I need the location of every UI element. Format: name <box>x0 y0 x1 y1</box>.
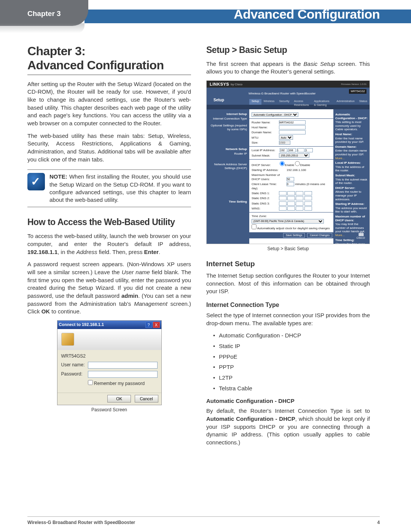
domain-name-input[interactable] <box>279 130 306 134</box>
more-link[interactable]: More... <box>335 157 368 160</box>
h: Host Name: <box>335 133 368 136</box>
username-input[interactable] <box>88 362 158 369</box>
t: field. Then, press <box>97 249 144 255</box>
lease-input[interactable] <box>287 182 294 186</box>
list-item: Automatic Configuration - DHCP <box>213 332 370 340</box>
default-password: admin <box>121 292 138 299</box>
t: The first screen that appears is the <box>206 61 304 67</box>
i[interactable] <box>296 191 303 195</box>
router-screenshot: LINKSYS by Cisco Firmware Version: 1.0.0… <box>206 80 370 244</box>
i[interactable] <box>287 201 295 206</box>
timezone-select[interactable]: (GMT-08:00) Pacific Time (USA & Canada) <box>252 219 324 224</box>
save-settings-button[interactable]: Save Settings <box>283 233 305 238</box>
dialog-title: Connect to 192.168.1.1 <box>59 322 145 328</box>
tab-apps[interactable]: Applications & Gaming <box>312 99 334 105</box>
note-box: NOTE: When first installing the Router, … <box>27 169 191 207</box>
basic-setup-name: Basic Setup <box>304 61 335 67</box>
i[interactable] <box>304 201 312 206</box>
l: Static DNS 3: <box>252 201 279 206</box>
i[interactable] <box>279 206 287 211</box>
chapter-badge: Chapter 3 <box>0 0 88 26</box>
howto-para-2: A password request screen appears. (Non-… <box>27 260 191 316</box>
tab-wireless[interactable]: Wireless <box>261 99 277 105</box>
t: Choose the time zone you are in. The rou… <box>335 242 368 244</box>
i[interactable] <box>304 206 312 211</box>
t: Enter the host name provided by your ISP… <box>335 137 368 144</box>
firmware-label: Firmware Version: 1.0.01 <box>341 83 366 86</box>
dst-checkbox[interactable] <box>252 224 256 229</box>
shot-footer-buttons: Cancel Changes Save Settings <box>249 232 333 238</box>
by-cisco: by Cisco <box>231 82 242 86</box>
close-icon[interactable]: X <box>153 322 160 328</box>
i[interactable] <box>279 196 287 200</box>
subnet-select[interactable]: 255.255.255.0 <box>279 153 309 158</box>
note-text: NOTE: When first installing the Router, … <box>49 173 191 204</box>
help-icon[interactable]: ? <box>145 322 152 328</box>
enter-key: Enter <box>144 249 159 255</box>
cancel-changes-button[interactable]: Cancel Changes <box>307 233 332 238</box>
dialog-titlebar: Connect to 192.168.1.1 ? X <box>57 321 161 329</box>
h: Starting IP Address: <box>335 202 368 206</box>
lip-1[interactable] <box>288 148 296 152</box>
howto-para-1: To access the web-based utility, launch … <box>27 232 191 256</box>
l: WINS: <box>252 206 279 211</box>
lip-0[interactable] <box>280 148 287 152</box>
footer-product: Wireless-G Broadband Router with SpeedBo… <box>27 520 135 525</box>
t: The address you would like to start with… <box>335 206 368 214</box>
lip-3[interactable] <box>305 148 313 152</box>
i[interactable] <box>304 191 312 195</box>
tab-security[interactable]: Security <box>277 99 292 105</box>
l: Automatically adjust clock for daylight … <box>257 227 330 230</box>
i[interactable] <box>287 206 295 211</box>
dhcp-enable[interactable] <box>280 161 285 166</box>
basic-setup-intro: The first screen that appears is the Bas… <box>206 60 370 76</box>
connection-types-list: Automatic Configuration - DHCP Static IP… <box>213 332 370 392</box>
list-item: L2TP <box>213 374 370 382</box>
remember-label: Remember my password <box>94 381 145 386</box>
l: Static DNS 1: <box>252 191 279 195</box>
tab-access[interactable]: Access Restrictions <box>292 99 312 105</box>
host-name-input[interactable] <box>279 125 306 129</box>
i[interactable] <box>296 206 303 211</box>
i[interactable] <box>287 191 295 195</box>
lip-2[interactable] <box>297 148 304 152</box>
list-item: Static IP <box>213 342 370 350</box>
i[interactable] <box>279 201 287 206</box>
i[interactable] <box>304 196 312 200</box>
t: , in the <box>57 249 76 255</box>
basic-setup-heading: Setup > Basic Setup <box>206 44 370 56</box>
t: Allows the router to manage your IP addr… <box>335 190 368 201</box>
cancel-button[interactable]: Cancel <box>135 395 158 403</box>
tab-status[interactable]: Status <box>357 99 370 105</box>
l: Optional Settings (required by some ISPs… <box>209 124 247 131</box>
remember-checkbox[interactable] <box>88 380 93 385</box>
l: Local IP Address: <box>252 148 279 152</box>
address-field-name: Address <box>76 249 97 255</box>
tab-admin[interactable]: Administration <box>334 99 357 105</box>
cisco-logo: ıılıılıı CISCO <box>357 232 365 240</box>
ict-select[interactable]: Automatic Configuration - DHCP <box>252 112 298 117</box>
i[interactable] <box>287 196 295 200</box>
tab-setup[interactable]: Setup <box>249 99 261 105</box>
t: This is the subnet mask of the router. <box>335 178 368 185</box>
keys-icon <box>61 333 74 346</box>
i[interactable] <box>296 201 303 206</box>
chapter-heading-line2: Advanced Configuration <box>27 58 164 72</box>
model-badge: WRT54GS2 <box>349 89 366 94</box>
l: Network Address Server Settings (DHCP) <box>209 163 247 170</box>
howto-heading: How to Access the Web-Based Utility <box>27 216 191 228</box>
internet-setup-heading: Internet Setup <box>206 259 370 269</box>
maxusers-input[interactable] <box>287 177 294 181</box>
right-column: Setup > Basic Setup The first screen tha… <box>206 44 370 451</box>
password-dialog: Connect to 192.168.1.1 ? X WRT54GS2 User… <box>57 320 162 405</box>
mtu-select[interactable]: Auto <box>279 135 293 140</box>
dhcp-para: By default, the Router's Internet Connec… <box>206 407 370 446</box>
l: Router Name: <box>252 120 279 125</box>
i[interactable] <box>296 196 303 200</box>
l: Internet Connection Type <box>209 117 247 121</box>
router-name-input[interactable] <box>279 120 306 125</box>
dhcp-disable[interactable] <box>295 161 300 166</box>
password-input[interactable] <box>88 371 158 378</box>
i[interactable] <box>279 191 287 195</box>
ok-button[interactable]: OK <box>107 395 131 403</box>
